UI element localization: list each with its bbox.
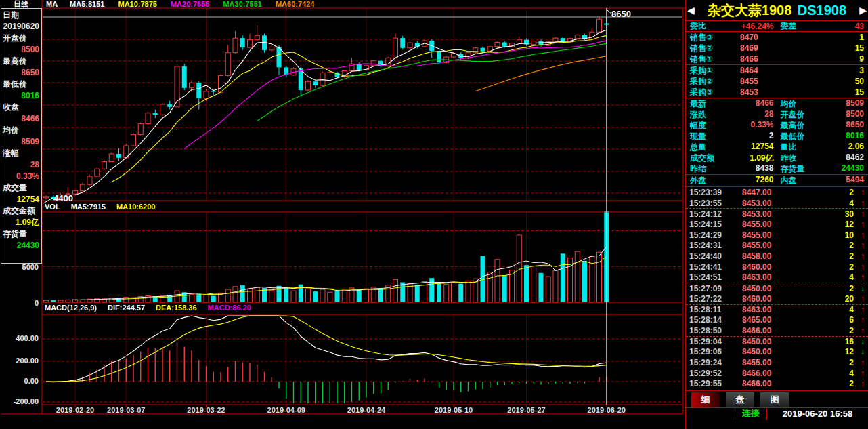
candle-up: [393, 38, 398, 58]
clock: 2019-06-20 16:58: [767, 409, 868, 419]
volume-bar-up: [306, 289, 311, 302]
volume-bar-up: [269, 290, 274, 302]
tick-time: 15:24:29: [689, 230, 733, 240]
detail-cell: 存货量24430: [781, 163, 865, 175]
tick-price: 8463.00: [742, 305, 789, 314]
field-label: 存货量: [3, 228, 40, 240]
detail-label: 最高价: [781, 120, 805, 131]
tick-price: 8460.00: [742, 294, 789, 304]
tick-row: 15:29:048450.0016↓: [686, 336, 868, 347]
queue-label: 采购③: [690, 87, 729, 98]
queue-row[interactable]: 销售①84669: [686, 54, 868, 64]
detail-cell: 开盘价8500: [781, 109, 865, 121]
tick-price: 8466.00: [742, 379, 789, 388]
detail-value: 8509: [797, 98, 865, 110]
detail-cell: 总量12754: [690, 142, 774, 153]
tick-row: 15:24:158455.0012↑: [686, 219, 868, 230]
next-contract-arrow-icon[interactable]: ▶: [859, 0, 867, 20]
weibi-value: +46.24%: [706, 22, 781, 31]
candle-up: [109, 154, 114, 161]
volume-bar-up: [531, 268, 536, 302]
candle-up: [248, 40, 253, 47]
tick-row: 15:29:528466.004↑: [686, 368, 868, 379]
volume-bar-down: [524, 265, 529, 302]
prev-contract-arrow-icon[interactable]: ◀: [687, 0, 695, 20]
tab-细[interactable]: 细: [691, 392, 720, 407]
candle-up: [255, 35, 259, 39]
queue-row[interactable]: 销售③84701: [686, 32, 868, 43]
candle-down: [299, 68, 303, 90]
tick-price: 8447.00: [742, 188, 789, 197]
queue-qty: 15: [783, 87, 864, 97]
tick-time: 15:24:31: [689, 241, 733, 250]
detail-cell: 均价8509: [781, 98, 865, 110]
indicator-value: MACD:86.20: [208, 304, 251, 312]
candle-up: [371, 61, 376, 66]
candle-down: [167, 104, 172, 107]
sell-queue: 销售③84701销售②846915销售①84669: [686, 32, 868, 65]
candle-up: [73, 191, 78, 194]
tick-time: 15:29:06: [689, 347, 733, 356]
detail-label: 均价: [781, 98, 797, 110]
ma-value: MA5:8151: [70, 0, 104, 8]
indicator-value: DIF:244.57: [108, 304, 145, 312]
tab-盘[interactable]: 盘: [726, 392, 754, 407]
buy-queue: 采购①84643采购②845550采购③845315: [686, 65, 868, 98]
detail-label: 幅度: [690, 120, 706, 131]
tick-time: 15:24:15: [689, 220, 733, 229]
field-label: 成交量: [3, 182, 40, 194]
detail-cell: 涨跌28: [690, 109, 774, 121]
volume-bar-up: [364, 289, 369, 302]
queue-qty: 3: [783, 66, 864, 75]
detail-row: 昨结8438存货量24430: [686, 163, 868, 174]
detail-value: 24430: [805, 163, 865, 175]
queue-row[interactable]: 采购②845550: [686, 76, 868, 87]
detail-row: 涨跌28开盘价8500: [686, 109, 868, 120]
axis-tick-label: 5000: [0, 263, 39, 271]
detail-value: 1.09亿: [714, 152, 774, 164]
candle-up: [225, 53, 230, 76]
tick-list[interactable]: 15:23:398447.002↑15:23:558453.004↑15:24:…: [686, 187, 868, 391]
tick-price: 8466.00: [742, 369, 789, 378]
queue-qty: 9: [783, 54, 864, 64]
ma-value: MA60:7424: [276, 0, 314, 8]
queue-qty: 1: [783, 33, 864, 42]
detail-label: 最低价: [781, 131, 805, 142]
candle-down: [313, 81, 318, 85]
up-arrow-icon: ↑: [857, 272, 865, 282]
field-value: 12754: [3, 194, 40, 205]
volume-bar-up: [233, 287, 238, 302]
pan-cell: 内盘5494: [781, 175, 865, 186]
up-arrow-icon: ↑: [857, 315, 865, 325]
candle-down: [437, 51, 441, 62]
contract-name: 杂交大蒜1908: [708, 3, 792, 18]
weibi-row: 委比 +46.24% 委差 43: [686, 20, 868, 32]
tab-图[interactable]: 图: [760, 392, 789, 407]
tick-row: 15:24:418460.002↑: [686, 262, 868, 272]
tick-price: 8453.00: [742, 199, 789, 208]
detail-cell: 最新8466: [690, 98, 774, 110]
tick-row: 15:23:558453.004↑: [686, 198, 868, 209]
period-selector[interactable]: 日线: [0, 0, 42, 8]
queue-row[interactable]: 采购①84643: [686, 65, 868, 76]
kline-chart[interactable]: [0, 0, 685, 429]
up-arrow-icon: ↑: [857, 358, 865, 367]
candle-down: [153, 113, 158, 115]
quote-panel: ◀ 杂交大蒜1908 DS1908 ▶ 委比 +46.24% 委差 43 销售③…: [685, 0, 868, 429]
volume-bar-down: [458, 284, 463, 302]
date-tick-label: 2019-04-24: [347, 406, 385, 414]
tick-time: 15:29:52: [689, 369, 733, 378]
tick-qty: 2: [789, 326, 857, 335]
tick-row: 15:29:558466.002↑: [686, 378, 868, 389]
queue-row[interactable]: 销售②846915: [686, 43, 868, 54]
volume-bar-down: [539, 273, 544, 302]
queue-label: 采购②: [690, 76, 729, 87]
ma-value: MA30:7551: [223, 0, 261, 8]
indicator-value: MACD(12,26,9): [45, 304, 97, 312]
tick-qty: 4: [789, 272, 857, 282]
volume-bar-up: [204, 295, 209, 302]
tick-qty: 10: [789, 230, 857, 240]
queue-row[interactable]: 采购③845315: [686, 87, 868, 98]
ma-line: [46, 316, 607, 382]
detail-label: 昨结: [690, 163, 706, 175]
